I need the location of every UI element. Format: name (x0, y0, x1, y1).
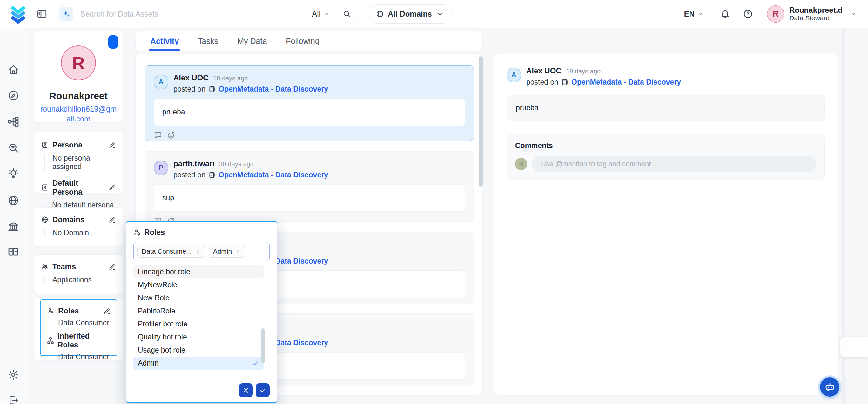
inherited-roles-title: Inherited Roles (58, 331, 111, 349)
drawer-handle-icon (843, 344, 849, 350)
nav-govern-icon[interactable] (7, 221, 19, 233)
feed-post[interactable]: P parth.tiwari 30 days ago posted on Ope… (145, 151, 474, 223)
post-detail-panel: A Alex UOC 19 days ago posted on OpenMet… (493, 54, 838, 395)
robot-icon (824, 381, 836, 393)
role-option[interactable]: MyNewRole (133, 279, 264, 291)
user-avatar[interactable]: R (767, 5, 784, 23)
post-author-avatar[interactable]: P (154, 161, 168, 175)
roles-icon (133, 229, 141, 236)
document-icon (208, 86, 216, 93)
notifications-bell-icon[interactable] (720, 9, 730, 19)
role-option[interactable]: PablitoRole (133, 305, 264, 318)
tab-following[interactable]: Following (285, 32, 320, 51)
role-option[interactable]: Quality bot role (133, 330, 264, 344)
nav-insights-icon[interactable] (7, 168, 19, 180)
role-option[interactable]: New Role (133, 291, 264, 305)
language-value: EN (684, 9, 694, 19)
roles-title: Roles (58, 307, 79, 315)
feed-scrollbar[interactable] (479, 56, 483, 186)
nav-glossary-icon[interactable] (7, 246, 19, 258)
detail-entity-link[interactable]: OpenMetadata - Data Discovery (571, 78, 681, 86)
role-option-label: Admin (138, 359, 158, 368)
post-entity-link[interactable]: OpenMetadata - Data Discovery (218, 171, 328, 179)
post-message: sup (154, 184, 465, 212)
nav-lineage-icon[interactable] (7, 116, 19, 128)
tab-my-data[interactable]: My Data (237, 32, 268, 51)
edit-roles-icon[interactable] (103, 307, 111, 315)
role-option[interactable]: Profiler bot role (133, 318, 264, 330)
nav-logout-icon[interactable] (7, 394, 19, 404)
detail-message: prueba (506, 95, 825, 121)
nav-observability-icon[interactable] (7, 142, 19, 154)
remove-chip-icon[interactable] (236, 249, 241, 254)
edit-teams-icon[interactable] (108, 263, 116, 270)
chat-bot-button[interactable] (820, 377, 839, 397)
confirm-button[interactable] (256, 383, 270, 397)
options-scrollbar[interactable] (261, 328, 265, 363)
edit-domains-icon[interactable] (108, 216, 116, 224)
sidebar-toggle-icon[interactable] (36, 8, 48, 20)
post-author-name[interactable]: parth.tiwari (174, 159, 214, 168)
persona-icon (41, 141, 49, 149)
close-icon (242, 386, 250, 394)
roles-highlight-box: Roles Data Consumer Inherited Roles Data… (40, 299, 117, 356)
profile-menu-button[interactable] (108, 35, 118, 49)
nav-domains-icon[interactable] (7, 195, 19, 207)
comment-icon[interactable] (154, 131, 162, 140)
teams-card: Teams Applications (34, 254, 123, 294)
domains-filter-dropdown[interactable]: All Domains (368, 4, 452, 24)
check-icon (259, 386, 267, 394)
roles-multiselect-input[interactable]: Data Consume... Admin (133, 242, 270, 261)
left-nav-rail (0, 28, 27, 404)
role-option[interactable]: Usage bot role (133, 344, 264, 357)
post-timestamp: 30 days ago (219, 161, 254, 168)
domains-icon (41, 216, 49, 224)
comment-input[interactable] (532, 156, 816, 172)
profile-email[interactable]: rounakdhillon619@gmail.com (40, 104, 117, 124)
roles-icon (47, 307, 54, 315)
chip-label: Admin (213, 248, 232, 255)
nav-home-icon[interactable] (7, 64, 19, 76)
role-option-selected[interactable]: Admin (133, 357, 264, 370)
feed-post[interactable]: A Alex UOC 19 days ago posted on OpenMet… (145, 65, 474, 141)
help-icon[interactable] (743, 9, 753, 19)
roles-value: Data Consumer (50, 318, 111, 327)
post-author-name[interactable]: Alex UOC (174, 74, 209, 82)
search-input[interactable] (80, 9, 312, 19)
post-action: posted on (174, 171, 206, 179)
document-icon (208, 171, 216, 179)
persona-value: No persona assigned (44, 154, 116, 171)
post-author-avatar[interactable]: A (154, 75, 168, 89)
selected-role-chip[interactable]: Data Consume... (137, 245, 205, 258)
collapsed-drawer-handle[interactable] (840, 337, 868, 357)
selected-role-chip[interactable]: Admin (209, 245, 245, 258)
openmetadata-logo[interactable] (8, 4, 28, 24)
ai-search-button[interactable] (59, 7, 73, 21)
chevron-down-icon (697, 11, 704, 17)
popup-title: Roles (144, 228, 165, 237)
remove-chip-icon[interactable] (196, 249, 200, 254)
edit-persona-icon[interactable] (108, 141, 116, 149)
nav-settings-icon[interactable] (7, 369, 19, 381)
search-scope-dropdown[interactable]: All (312, 9, 329, 19)
edit-default-persona-icon[interactable] (108, 184, 116, 191)
language-dropdown[interactable]: EN (684, 9, 704, 19)
comment-avatar: R (515, 158, 527, 170)
default-persona-title: Default Persona (53, 179, 104, 197)
role-option[interactable]: Lineage bot role (133, 265, 264, 279)
detail-timestamp: 19 days ago (566, 68, 600, 75)
cancel-button[interactable] (239, 383, 253, 397)
nav-explore-icon[interactable] (7, 90, 19, 102)
detail-author-avatar[interactable]: A (506, 68, 521, 82)
profile-name: Rounakpreet (34, 91, 123, 102)
user-menu-chevron-icon[interactable] (850, 11, 857, 17)
tab-tasks[interactable]: Tasks (197, 32, 219, 51)
detail-author-name[interactable]: Alex UOC (526, 66, 561, 75)
search-icon[interactable] (342, 9, 351, 18)
tab-activity[interactable]: Activity (150, 32, 180, 51)
post-entity-link[interactable]: OpenMetadata - Data Discovery (218, 85, 328, 93)
user-info[interactable]: Rounakpreet.d Data Steward (789, 6, 843, 22)
inherited-roles-icon (47, 337, 54, 344)
add-reaction-icon[interactable] (167, 131, 175, 140)
global-search-bar[interactable]: All (57, 5, 358, 23)
